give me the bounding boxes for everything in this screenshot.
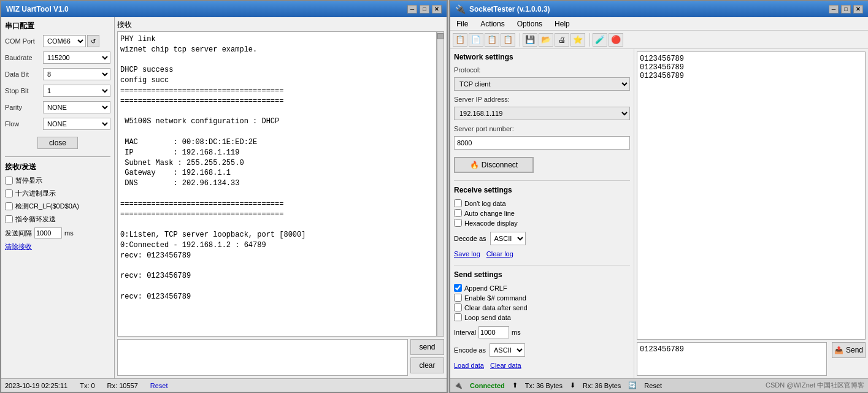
auto-change-label: Auto change line [464,210,515,217]
recv-scrollbar[interactable] [437,31,444,337]
baudrate-row: Baudrate 115200 [5,52,110,64]
clear-recv-link[interactable]: 清除接收 [5,242,110,251]
menu-options[interactable]: Options [513,18,546,29]
socket-minimize-btn[interactable]: ─ [829,5,839,13]
menu-file[interactable]: File [453,18,472,29]
data-bit-select[interactable]: 8 [43,68,110,80]
enable-command-checkbox[interactable] [454,294,462,302]
socket-send-textarea[interactable]: 0123456789 [637,342,827,376]
status-reset-icon: 🔄 [628,381,637,389]
menu-help[interactable]: Help [551,18,574,29]
protocol-select[interactable]: TCP client [454,77,630,91]
wiz-close-btn[interactable]: ✕ [432,5,442,13]
wiz-right-panel: 接收 PHY link wiznet chip tcp server examp… [115,17,447,378]
crlf-checkbox[interactable] [5,202,13,210]
stop-bit-select[interactable]: 1 [43,85,110,97]
toolbar-btn-open[interactable]: 📂 [539,33,553,47]
toolbar-btn-2[interactable]: 📄 [469,33,483,47]
encode-row: Encode as ASCII UTF-8 HEX [454,343,630,357]
toolbar-btn-save[interactable]: 💾 [523,33,537,47]
toolbar-btn-stop[interactable]: 🔴 [609,33,623,47]
socket-title: SocketTester (v.1.0.0.3) [469,5,550,13]
socket-window: 🔌 SocketTester (v.1.0.0.3) ─ □ ✕ File Ac… [449,0,868,393]
toolbar-btn-3[interactable]: 📋 [485,33,499,47]
wiz-minimize-btn[interactable]: ─ [407,5,417,13]
decode-row: Decode as ASCII UTF-8 HEX [454,232,630,245]
clear-after-send-checkbox[interactable] [454,303,462,311]
wiz-title-bar: WIZ UartTool V1.0 ─ □ ✕ [1,1,447,17]
loop-label: 指令循环发送 [15,215,56,224]
send-interval-input[interactable] [478,326,509,338]
socket-left-panel: Network settings Protocol: TCP client Se… [450,49,634,378]
toolbar-btn-print[interactable]: 🖨 [555,33,569,47]
dont-log-label: Don't log data [464,200,506,207]
log-actions: Save log Clear log [454,250,630,258]
pause-row: 暂停显示 [5,176,110,185]
hex-checkbox[interactable] [5,189,13,197]
append-crlf-label: Append CRLF [464,284,507,292]
send-textarea[interactable] [117,339,408,376]
toolbar-btn-test[interactable]: 🧪 [593,33,607,47]
open-icon: 📂 [541,35,551,44]
server-ip-row: 192.168.1.119 [454,107,630,120]
loop-send-row: Loop send data [454,313,630,321]
decode-select[interactable]: ASCII UTF-8 HEX [490,232,526,245]
disconnect-button[interactable]: 🔥 Disconnect [454,157,534,173]
save-log-link[interactable]: Save log [454,250,480,258]
toolbar-btn-4[interactable]: 📋 [501,33,515,47]
com-port-refresh-icon[interactable]: ↺ [87,35,99,47]
disconnect-wrap: 🔥 Disconnect [454,155,630,175]
flow-row: Flow NONE [5,118,110,130]
server-port-input[interactable] [454,136,630,150]
wiz-maximize-btn[interactable]: □ [420,5,429,13]
clear-log-link[interactable]: Clear log [486,250,513,258]
toolbar-icon-1: 📋 [455,35,465,44]
loop-checkbox[interactable] [5,215,13,223]
baudrate-select[interactable]: 115200 [43,52,110,64]
socket-send-button[interactable]: 📤 Send [832,342,866,358]
auto-change-checkbox[interactable] [454,209,462,217]
encode-label: Encode as [454,346,486,354]
socket-main: Network settings Protocol: TCP client Se… [450,49,868,378]
toolbar-icon-3: 📋 [487,35,497,44]
encode-select[interactable]: ASCII UTF-8 HEX [490,343,525,357]
send-area-wrap: send clear [117,339,444,376]
hex-row: 十六进制显示 [5,189,110,198]
wiz-title-controls: ─ □ ✕ [407,5,442,13]
com-port-select[interactable]: COM66 [43,35,86,47]
socket-status-reset[interactable]: Reset [644,382,662,389]
pause-checkbox[interactable] [5,177,13,185]
send-checkbox-group: Append CRLF Enable $# command Clear data… [454,284,630,321]
scrollbar-thumb [437,33,444,39]
crlf-label: 检测CR_LF($0D$0A) [15,202,79,211]
recv-checkbox-group: Don't log data Auto change line Hexacode… [454,199,630,227]
com-port-controls: COM66 ↺ [43,35,99,47]
server-ip-select[interactable]: 192.168.1.119 [454,107,630,120]
serial-close-button[interactable]: close [37,137,78,149]
hexacode-checkbox[interactable] [454,219,462,227]
toolbar-btn-star[interactable]: ⭐ [570,33,585,47]
server-port-label: Server port number: [454,125,630,132]
data-actions: Load data Clear data [454,362,630,369]
send-button[interactable]: send [410,339,444,355]
clear-button[interactable]: clear [410,357,444,373]
status-reset[interactable]: Reset [150,382,168,389]
flow-select[interactable]: NONE [43,118,110,130]
socket-title-bar: 🔌 SocketTester (v.1.0.0.3) ─ □ ✕ [450,1,868,17]
clear-data-link[interactable]: Clear data [490,362,521,369]
append-crlf-checkbox[interactable] [454,284,462,292]
toolbar-btn-1[interactable]: 📋 [453,33,467,47]
send-btns: send clear [410,339,444,376]
dont-log-checkbox[interactable] [454,199,462,207]
status-tx: Tx: 0 [80,382,94,389]
status-tx-icon: ⬆ [512,381,518,389]
loop-send-checkbox[interactable] [454,313,462,321]
socket-maximize-btn[interactable]: □ [841,5,851,13]
disconnect-icon: 🔥 [470,161,479,169]
menu-actions[interactable]: Actions [477,18,508,29]
parity-select[interactable]: NONE [43,101,110,113]
load-data-link[interactable]: Load data [454,362,484,369]
interval-input[interactable] [34,227,62,238]
auto-change-row: Auto change line [454,209,630,217]
socket-close-btn[interactable]: ✕ [853,5,863,13]
